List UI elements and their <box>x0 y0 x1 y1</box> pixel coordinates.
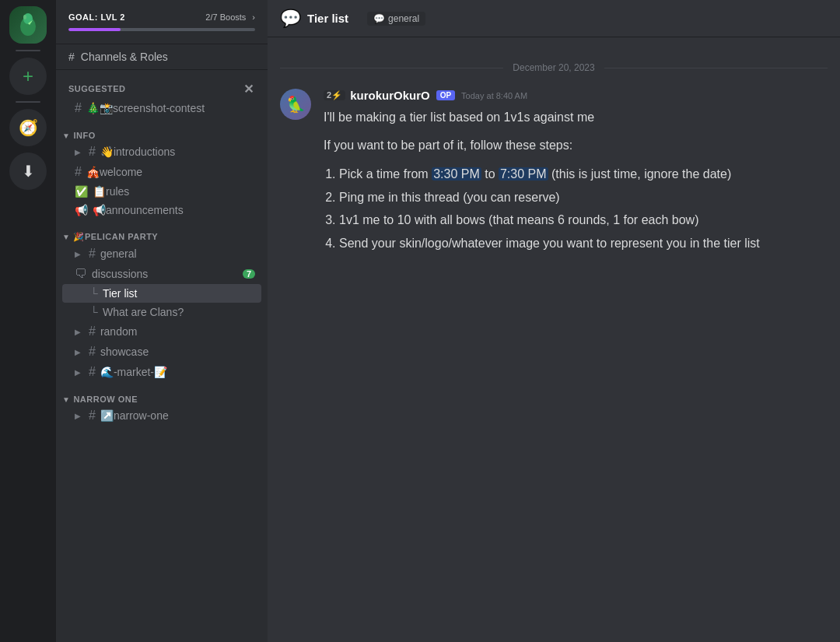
channel-item-general[interactable]: ▶ # general <box>62 244 261 264</box>
step-1: Pick a time from 3:30 PM to 7:30 PM (thi… <box>339 164 828 184</box>
channel-item-introductions[interactable]: ▶ # 👋introductions <box>62 142 261 162</box>
svg-point-3 <box>23 15 26 19</box>
sidebar-header: GOAL: LVL 2 2/7 Boosts › <box>56 0 268 44</box>
category-narrow-one[interactable]: ▼ NARROW ONE <box>56 382 268 405</box>
thread-label-tier-list: Tier list <box>103 287 138 300</box>
channel-label-showcase: showcase <box>100 346 149 358</box>
hash-icon: # <box>75 101 82 115</box>
suggested-section-label: SUGGESTED ✕ <box>56 70 268 98</box>
goal-progress-bar <box>68 28 255 31</box>
hash-icon: # <box>89 325 96 339</box>
rules-check-icon: ✅ <box>75 185 88 198</box>
hash-icon: # <box>89 365 96 379</box>
steps-list: Pick a time from 3:30 PM to 7:30 PM (thi… <box>324 164 828 253</box>
add-server-button[interactable]: + <box>9 58 47 95</box>
category-pelican-party[interactable]: ▼ 🎉PELICAN PARTY <box>56 219 268 244</box>
message-timestamp: Today at 8:40 AM <box>461 91 527 100</box>
category-narrow-one-label: NARROW ONE <box>73 395 138 404</box>
channel-label-announcements: 📢announcements <box>93 204 184 216</box>
channel-label-screenshot-contest: 🎄📸screenshot-contest <box>86 102 205 114</box>
category-pelican-party-label: 🎉PELICAN PARTY <box>73 232 158 242</box>
category-info[interactable]: ▼ INFO <box>56 118 268 142</box>
username: 2⚡ kurokurOkurO <box>324 89 430 102</box>
channel-header-title: Tier list <box>307 12 348 25</box>
channel-item-market[interactable]: ▶ # 🌊-market-📝 <box>62 362 261 382</box>
main-content: 💬 Tier list 💬 general December 20, 2023 … <box>268 0 840 642</box>
step-2: Ping me in this thread (you can reserve) <box>339 188 828 208</box>
channel-label-rules: 📋rules <box>93 185 129 198</box>
channel-sidebar: GOAL: LVL 2 2/7 Boosts › # Channels & Ro… <box>56 0 268 642</box>
op-badge: OP <box>436 90 455 100</box>
hash-icon: # <box>89 247 96 261</box>
goal-label: GOAL: LVL 2 <box>68 12 125 22</box>
thread-item-tier-list[interactable]: └ Tier list <box>62 284 261 303</box>
announcements-icon: 📢 <box>75 204 88 216</box>
thread-tag-label: general <box>388 13 419 24</box>
forum-icon: 🗨 <box>75 267 87 281</box>
thread-line-icon: └ <box>90 306 98 318</box>
channels-roles-button[interactable]: # Channels & Roles <box>56 44 268 70</box>
goal-progress-fill <box>68 28 121 31</box>
server-icon-pelican-party[interactable] <box>9 6 47 44</box>
thread-label-what-are-clans: What are Clans? <box>103 306 184 318</box>
explore-icon[interactable]: 🧭 <box>9 109 47 146</box>
hash-icon: # <box>89 409 96 423</box>
server-sidebar: + 🧭 ⬇ <box>0 0 56 642</box>
hash-icon: # <box>89 345 96 359</box>
message-body: 2⚡ kurokurOkurO OP Today at 8:40 AM I'll… <box>324 89 828 256</box>
channel-label-discussions: discussions <box>92 268 148 280</box>
thread-line-icon: └ <box>90 287 98 300</box>
server-divider-2 <box>16 101 40 103</box>
thread-general-tag[interactable]: 💬 general <box>367 12 425 26</box>
channel-item-random[interactable]: ▶ # random <box>62 321 261 342</box>
chat-bubble-icon: 💬 <box>280 9 301 29</box>
download-icon[interactable]: ⬇ <box>9 153 47 190</box>
level-badge: 2⚡ <box>324 90 345 100</box>
suggested-close-button[interactable]: ✕ <box>243 82 255 95</box>
expand-arrow-icon: ▶ <box>75 368 81 377</box>
channels-roles-label: Channels & Roles <box>81 51 168 63</box>
avatar-emoji: 🦜 <box>286 95 306 114</box>
goal-bar: GOAL: LVL 2 2/7 Boosts › <box>68 12 255 22</box>
channel-item-narrow-one[interactable]: ▶ # ↗️narrow-one <box>62 405 261 426</box>
username-text: kurokurOkurO <box>350 89 430 102</box>
channel-item-announcements[interactable]: 📢 📢announcements <box>62 201 261 219</box>
message-body-intro: If you want to be part of it, follow the… <box>324 136 828 155</box>
channel-item-screenshot-contest[interactable]: # 🎄📸screenshot-contest <box>62 98 261 118</box>
channel-label-introductions: 👋introductions <box>100 146 175 158</box>
date-divider: December 20, 2023 <box>268 50 840 86</box>
message-content: I'll be making a tier list based on 1v1s… <box>324 108 828 253</box>
category-arrow-icon: ▼ <box>62 395 70 404</box>
expand-arrow-icon: ▶ <box>75 348 81 356</box>
channels-roles-hash-icon: # <box>68 51 75 63</box>
channel-item-showcase[interactable]: ▶ # showcase <box>62 342 261 362</box>
message: 🦜 2⚡ kurokurOkurO OP Today at 8:40 AM I'… <box>268 86 840 259</box>
expand-arrow-icon: ▶ <box>75 328 81 336</box>
channel-item-discussions[interactable]: 🗨 discussions 7 <box>62 264 261 284</box>
channel-label-random: random <box>100 325 137 338</box>
channel-header: 💬 Tier list 💬 general <box>268 0 840 37</box>
channel-label-market: 🌊-market-📝 <box>100 366 167 378</box>
highlight-time-start: 3:30 PM <box>432 167 481 181</box>
channel-item-welcome[interactable]: # 🎪welcome <box>62 162 261 182</box>
channel-label-general: general <box>100 247 137 260</box>
expand-arrow-icon: ▶ <box>75 148 81 156</box>
category-arrow-icon: ▼ <box>62 233 70 241</box>
channel-label-narrow-one: ↗️narrow-one <box>100 409 169 422</box>
hash-icon: # <box>89 145 96 159</box>
messages-container: December 20, 2023 🦜 2⚡ kurokurOkurO OP T… <box>268 37 840 642</box>
highlight-time-end: 7:30 PM <box>499 167 548 181</box>
message-intro-text: I'll be making a tier list based on 1v1s… <box>324 108 828 127</box>
thread-tag-icon: 💬 <box>373 13 385 24</box>
server-divider <box>16 50 40 51</box>
channel-item-rules[interactable]: ✅ 📋rules <box>62 182 261 201</box>
avatar: 🦜 <box>280 89 311 120</box>
thread-item-what-are-clans[interactable]: └ What are Clans? <box>62 303 261 321</box>
message-header: 2⚡ kurokurOkurO OP Today at 8:40 AM <box>324 89 828 102</box>
expand-arrow-icon: ▶ <box>75 250 81 258</box>
category-arrow-icon: ▼ <box>62 132 70 140</box>
discussions-badge: 7 <box>243 269 255 279</box>
boost-count: 2/7 Boosts <box>205 12 246 22</box>
step-3: 1v1 me to 10 with all bows (that means 6… <box>339 210 828 230</box>
step-4: Send your skin/logo/whatever image you w… <box>339 233 828 254</box>
